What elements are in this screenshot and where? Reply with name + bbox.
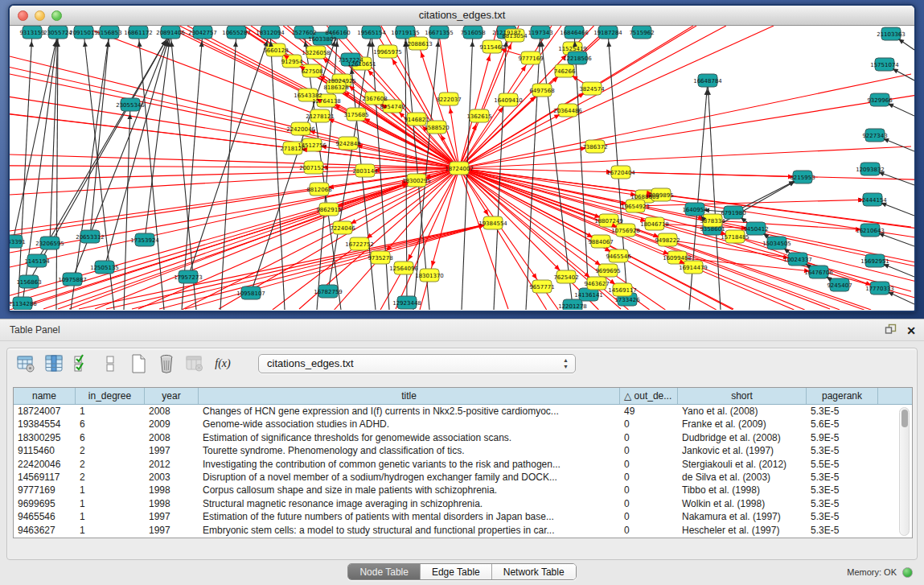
column-header-pagerank[interactable]: pagerank (807, 388, 878, 404)
table-cell: 1997 (145, 444, 199, 457)
table-cell: 9699695 (14, 497, 76, 510)
table-row[interactable]: 1830029562008Estimation of significance … (14, 431, 912, 444)
black-edge (270, 32, 285, 310)
node-label: 21278121 (306, 113, 335, 120)
status-bar: Memory: OK (847, 564, 913, 580)
node-label: 10756928 (611, 228, 640, 234)
column-header-name[interactable]: name (14, 388, 76, 404)
table-row[interactable]: 977716911998Corpus callosum shape and si… (14, 484, 912, 496)
node-label: 9245407 (827, 282, 852, 289)
node-label: 18301370 (415, 273, 444, 279)
column-visibility-button[interactable] (43, 353, 64, 374)
close-panel-icon[interactable]: ✕ (906, 325, 916, 336)
node-label: 12201278 (558, 303, 587, 310)
black-edge (220, 32, 236, 310)
edge-arrowhead (521, 65, 526, 72)
red-edge (459, 74, 911, 168)
node-label: 10975887 (58, 277, 87, 283)
table-cell: Tourette syndrome. Phenomenology and cla… (199, 444, 620, 457)
clear-selection-button[interactable] (100, 353, 121, 374)
select-all-button[interactable] (72, 353, 92, 374)
network-window[interactable]: citations_edges.txt 93131592305572420915… (8, 4, 916, 312)
node-label: 14136141 (574, 292, 603, 299)
table-row[interactable]: 946362711997Embryonic stem cells: a mode… (14, 524, 912, 537)
node-label: 15692951 (860, 258, 889, 265)
table-panel: Table Panel ✕ (0, 319, 924, 585)
table-cell: 9465546 (14, 510, 76, 523)
node-label: 15718485 (721, 234, 749, 241)
node-label: 22088613 (404, 41, 433, 47)
table-cell: 5.3E-5 (807, 444, 878, 457)
table-cell: 18300295 (14, 431, 76, 444)
column-header-in_degree[interactable]: in_degree (76, 388, 145, 404)
table-cell: 1997 (145, 524, 199, 537)
table-cell: 6 (76, 418, 145, 431)
table-cell: Estimation of the future numbers of pati… (199, 510, 620, 523)
node-label: 12218506 (563, 56, 592, 62)
node-label: 18724007 (445, 166, 474, 172)
node-label: 9862915 (316, 207, 341, 213)
tab-edge-table[interactable]: Edge Table (421, 564, 492, 579)
table-cell: de Silva et al. (2003) (678, 471, 807, 484)
node-label: 16914479 (679, 265, 708, 271)
black-edge (105, 32, 170, 267)
node-label: 10719135 (391, 30, 420, 36)
table-cell: 1 (76, 510, 145, 523)
table-cell: 0 (620, 471, 678, 484)
column-header-out_de[interactable]: △ out_de... (620, 388, 678, 404)
vertical-scrollbar[interactable] (899, 407, 910, 536)
delete-table-button[interactable] (156, 353, 177, 374)
table-row[interactable]: 911546021997Tourette syndrome. Phenomeno… (14, 444, 912, 457)
edge-arrowhead (29, 41, 34, 47)
column-header-year[interactable]: year (145, 388, 199, 404)
node-label: 15034505 (762, 241, 791, 247)
scrollbar-thumb[interactable] (901, 410, 908, 427)
table-selector[interactable]: citations_edges.txt ▲▼ (258, 354, 576, 373)
table-cell: 1 (76, 484, 145, 496)
table-cell: 18724007 (14, 405, 76, 418)
new-table-button[interactable] (128, 353, 149, 374)
edge-arrowhead (472, 124, 477, 130)
table-cell: 1 (76, 497, 145, 510)
column-header-short[interactable]: short (678, 388, 807, 404)
node-label: 12444154 (858, 197, 887, 204)
table-cell: 9463627 (14, 524, 76, 537)
table-row[interactable]: 969969511998Structural magnetic resonanc… (14, 497, 912, 510)
table-settings-button[interactable] (15, 353, 36, 374)
table-cell: 6 (76, 431, 145, 444)
node-label: 6791980 (721, 210, 745, 216)
table-body: 1872400712008Changes of HCN gene express… (14, 405, 912, 537)
network-window-titlebar[interactable]: citations_edges.txt (10, 6, 914, 26)
node-label: 19384554 (478, 220, 507, 227)
table-cell: Investigating the contribution of common… (199, 458, 620, 471)
float-panel-icon[interactable] (885, 323, 897, 338)
node-label: 1156863 (16, 279, 41, 286)
table-row[interactable]: 2242004622012Investigating the contribut… (14, 458, 912, 471)
memory-indicator (902, 567, 913, 578)
edge-arrowhead (421, 51, 425, 58)
edge-arrowhead (431, 261, 436, 267)
table-cell: 5.3E-5 (807, 471, 878, 484)
table-cell: 0 (620, 524, 678, 537)
combo-stepper-icon[interactable]: ▲▼ (563, 357, 569, 370)
table-cell: 2 (76, 458, 145, 471)
column-header-title[interactable]: title (199, 388, 620, 404)
node-label: 627508 (302, 68, 323, 75)
table-row[interactable]: 1456911722003Disruption of a novel membe… (14, 471, 912, 484)
node-label: 18312094 (256, 30, 285, 36)
table-row[interactable]: 946554611997Estimation of the future num… (14, 510, 912, 523)
black-edge (526, 32, 540, 310)
table-cell: 0 (620, 458, 678, 471)
red-edge (10, 74, 459, 168)
node-label: 14569117 (608, 287, 637, 294)
tab-node-table[interactable]: Node Table (348, 564, 421, 579)
edge-arrowhead (470, 41, 474, 47)
node-label: 6497568 (529, 88, 554, 94)
table-row[interactable]: 1872400712008Changes of HCN gene express… (14, 405, 912, 418)
table-cell: 2003 (145, 471, 199, 484)
function-builder-button[interactable]: f(x) (212, 353, 233, 374)
table-row[interactable]: 1938455462009Genome-wide association stu… (14, 418, 912, 431)
tab-network-table[interactable]: Network Table (492, 564, 576, 579)
network-canvas[interactable]: 9313159230557242091501911568531686117220… (10, 26, 914, 310)
table-cell: 0 (620, 510, 678, 523)
